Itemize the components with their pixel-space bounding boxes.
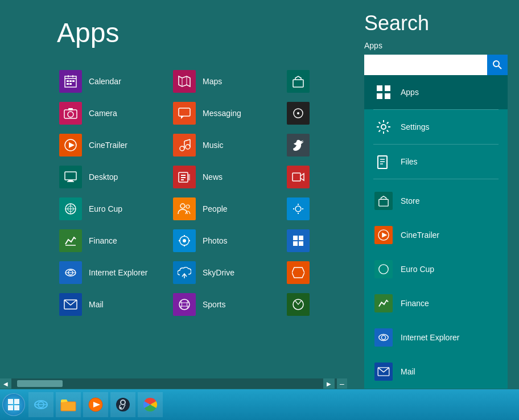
app-news[interactable]: News [171, 161, 285, 193]
svg-point-57 [295, 206, 301, 212]
taskbar-ie[interactable] [28, 392, 53, 417]
app-finance[interactable]: Finance [57, 225, 171, 257]
svg-point-50 [179, 299, 190, 310]
scroll-right-arrow[interactable]: ▶ [323, 378, 335, 389]
app-cinetrailer[interactable]: CineTrailer [57, 129, 171, 161]
svg-rect-86 [8, 399, 13, 404]
svg-point-68 [493, 61, 499, 67]
svg-rect-37 [181, 175, 186, 176]
taskbar-explorer-icon [60, 398, 76, 411]
scroll-track[interactable] [11, 378, 323, 389]
app-music-label: Music [203, 141, 224, 150]
svg-rect-14 [65, 172, 76, 180]
scroll-minus[interactable]: – [337, 378, 347, 389]
taskbar-steam[interactable] [110, 392, 135, 417]
app-maps[interactable]: Maps [171, 65, 285, 97]
svg-point-74 [381, 125, 386, 129]
svg-line-69 [499, 66, 501, 69]
app-xbox[interactable] [285, 289, 336, 320]
dropdown-apps[interactable]: Apps [364, 75, 508, 109]
app-people-label: People [203, 204, 228, 213]
svg-rect-11 [68, 108, 73, 110]
svg-rect-6 [72, 80, 75, 82]
svg-rect-70 [377, 85, 382, 91]
app-vide[interactable] [285, 161, 336, 193]
svg-marker-81 [382, 232, 387, 237]
search-divider-3 [373, 179, 499, 179]
svg-rect-29 [179, 108, 190, 116]
scrollbar-area: ◀ ▶ – [0, 378, 347, 389]
result-cinetrailer-icon [373, 225, 394, 245]
search-input[interactable] [364, 55, 487, 75]
dropdown-settings[interactable]: Settings [364, 110, 508, 144]
app-calendar[interactable]: Calendar [57, 65, 171, 97]
dropdown-files[interactable]: Files [364, 145, 508, 179]
app-messaging-label: Messaging [203, 109, 241, 118]
result-mail-icon [373, 361, 394, 382]
xbox-icon [287, 293, 310, 316]
skydrive-icon [173, 261, 196, 284]
result-eurocup[interactable]: Euro Cup [364, 252, 508, 286]
app-wind1[interactable] [285, 225, 336, 257]
app-photos[interactable]: Photos [171, 225, 285, 257]
app-mail-label: Mail [89, 300, 104, 309]
app-camera[interactable]: Camera [57, 97, 171, 129]
app-sports-label: Sports [203, 300, 225, 309]
result-cinetrailer[interactable]: CineTrailer [364, 218, 508, 252]
svg-rect-53 [293, 80, 303, 87]
svg-rect-93 [61, 402, 76, 411]
app-skydrive[interactable]: SkyDrive [171, 257, 285, 289]
svg-rect-71 [385, 85, 390, 91]
app-twee[interactable] [285, 129, 336, 161]
dropdown-settings-icon [373, 117, 394, 137]
result-finance[interactable]: Finance [364, 286, 508, 320]
taskbar-mediaplayer[interactable] [83, 392, 108, 417]
svg-point-32 [186, 145, 190, 149]
twee-icon [287, 134, 310, 157]
app-eurocup[interactable]: Euro Cup [57, 193, 171, 225]
taskbar-explorer[interactable] [56, 392, 81, 417]
svg-point-10 [68, 112, 73, 117]
svg-point-41 [180, 204, 185, 208]
scroll-thumb[interactable] [17, 380, 63, 387]
people-icon [173, 197, 196, 220]
apps-column-1: Calendar Camera CineTrailer Desktop [57, 65, 171, 320]
svg-marker-66 [292, 267, 304, 278]
result-ie[interactable]: Internet Explorer [364, 320, 508, 355]
app-store[interactable] [285, 65, 336, 97]
result-eurocup-icon [373, 259, 394, 279]
search-button[interactable] [487, 55, 508, 75]
svg-rect-79 [379, 199, 388, 206]
svg-rect-64 [293, 241, 298, 246]
svg-rect-5 [69, 80, 72, 82]
app-music[interactable]: Music [171, 129, 285, 161]
svg-rect-56 [293, 173, 300, 181]
news-icon [173, 166, 196, 188]
start-button[interactable] [2, 393, 25, 416]
svg-rect-39 [181, 179, 184, 180]
desktop-icon [59, 166, 82, 188]
svg-rect-65 [299, 241, 303, 246]
svg-point-44 [183, 239, 186, 242]
apps-grid: Calendar Camera CineTrailer Desktop [57, 65, 336, 320]
svg-marker-30 [181, 116, 184, 119]
scroll-left-arrow[interactable]: ◀ [0, 378, 11, 389]
app-wea[interactable] [285, 193, 336, 225]
result-mail[interactable]: Mail [364, 355, 508, 389]
app-mail[interactable]: Mail [57, 289, 171, 320]
app-desktop[interactable]: Desktop [57, 161, 171, 193]
svg-rect-75 [378, 156, 387, 168]
svg-rect-4 [67, 80, 69, 82]
app-people[interactable]: People [171, 193, 285, 225]
app-sports[interactable]: Sports [171, 289, 285, 320]
svg-marker-26 [179, 76, 190, 87]
taskbar-chrome[interactable] [138, 392, 163, 417]
app-calendar-label: Calendar [89, 77, 121, 86]
app-the[interactable] [285, 97, 336, 129]
app-wind2[interactable] [285, 257, 336, 289]
result-store[interactable]: Store [364, 184, 508, 218]
search-dropdown: Apps Settings Files Store [364, 75, 508, 389]
app-camera-label: Camera [89, 109, 117, 118]
app-messaging[interactable]: Messaging [171, 97, 285, 129]
app-ie[interactable]: Internet Explorer [57, 257, 171, 289]
